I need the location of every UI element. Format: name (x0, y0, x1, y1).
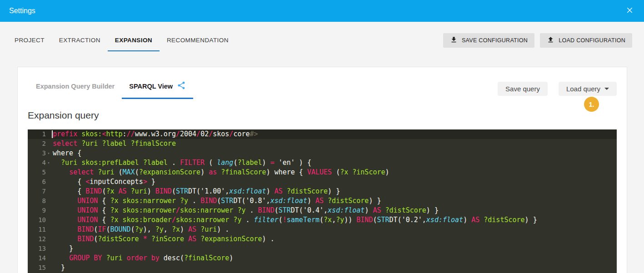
fold-toggle-icon[interactable]: ▾ (46, 149, 51, 158)
tab-label: Expansion Query Builder (36, 83, 115, 90)
code-lines: 1prefix skos:<http://www.w3.org/2004/02/… (28, 129, 617, 273)
line-number: 1 (28, 129, 51, 139)
load-configuration-button[interactable]: LOAD CONFIGURATION (540, 33, 632, 48)
close-button[interactable] (623, 5, 636, 17)
code-text: GROUP BY ?uri order by desc(?finalScore) (51, 253, 233, 263)
code-line[interactable]: 4▾ ?uri skos:prefLabel ?label . FILTER (… (28, 158, 617, 168)
code-line[interactable]: 11 BIND(IF(BOUND(?y), ?y, ?x) AS ?uri) . (28, 225, 617, 234)
code-line[interactable]: 13 } (28, 244, 617, 253)
tab-project[interactable]: PROJECT (7, 33, 52, 51)
line-number: 10 (28, 215, 51, 225)
tab-expansion[interactable]: EXPANSION (108, 33, 160, 51)
code-text: prefix skos:<http://www.w3.org/2004/02/s… (51, 129, 258, 139)
code-text: } (51, 263, 65, 273)
line-number: 15 (28, 263, 51, 273)
tab-label: SPARQL View (129, 83, 173, 90)
code-line[interactable]: 12 BIND(?distScore * ?inScore AS ?expans… (28, 234, 617, 244)
code-line[interactable]: 10 UNION { ?x skos:broader/skos:narrower… (28, 215, 617, 225)
configuration-buttons: SAVE CONFIGURATION LOAD CONFIGURATION (443, 33, 632, 48)
code-text: { BIND(?x AS ?uri) BIND(STRDT('1.00',xsd… (51, 187, 340, 196)
toolbar-row: PROJECT EXTRACTION EXPANSION RECOMMENDAT… (0, 22, 644, 51)
tab-recommendation[interactable]: RECOMMENDATION (160, 33, 236, 51)
line-number: 8 (28, 196, 51, 206)
step-badge: 1. (584, 97, 599, 112)
save-configuration-button[interactable]: SAVE CONFIGURATION (443, 33, 534, 48)
text-cursor (52, 130, 53, 138)
main-tabs: PROJECT EXTRACTION EXPANSION RECOMMENDAT… (7, 33, 236, 51)
line-number: 4▾ (28, 158, 51, 168)
code-line[interactable]: 5 select ?uri (MAX(?expansionScore) as ?… (28, 168, 617, 177)
code-text: UNION { ?x skos:narrower/skos:narrower ?… (51, 206, 439, 215)
code-line[interactable]: 1prefix skos:<http://www.w3.org/2004/02/… (28, 129, 617, 139)
share-icon (177, 81, 186, 91)
code-text: BIND(IF(BOUND(?y), ?y, ?x) AS ?uri) . (51, 225, 229, 234)
tab-sparql-view[interactable]: SPARQL View (122, 79, 193, 99)
line-number: 6 (28, 177, 51, 187)
code-line[interactable]: 9 UNION { ?x skos:narrower/skos:narrower… (28, 206, 617, 215)
code-text: UNION { ?x skos:broader/skos:narrower ?y… (51, 215, 537, 225)
code-text: { <inputConcepts> } (51, 177, 155, 187)
fold-toggle-icon[interactable]: ▾ (46, 158, 51, 168)
code-line[interactable]: 8 UNION { ?x skos:narrower ?y . BIND(STR… (28, 196, 617, 206)
tab-extraction[interactable]: EXTRACTION (52, 33, 108, 51)
code-text: where { (51, 149, 81, 158)
line-number: 11 (28, 225, 51, 234)
code-line[interactable]: 15 } (28, 263, 617, 273)
code-line[interactable]: 7 { BIND(?x AS ?uri) BIND(STRDT('1.00',x… (28, 187, 617, 196)
upload-icon (547, 36, 554, 45)
code-text: } (51, 244, 73, 253)
line-number: 12 (28, 234, 51, 244)
chevron-down-icon (604, 88, 609, 90)
code-text: BIND(?distScore * ?inScore AS ?expansion… (51, 234, 275, 244)
line-number: 5 (28, 168, 51, 177)
panel-header: Expansion Query Builder SPARQL View Save… (28, 67, 617, 99)
line-number: 13 (28, 244, 51, 253)
expansion-panel: Expansion Query Builder SPARQL View Save… (17, 67, 627, 273)
tab-expansion-query-builder[interactable]: Expansion Query Builder (29, 79, 122, 99)
code-line[interactable]: 2select ?uri ?label ?finalScore (28, 139, 617, 149)
line-number: 3▾ (28, 149, 51, 158)
download-icon (450, 36, 458, 45)
dialog-header: Settings (0, 0, 644, 22)
code-text: select ?uri ?label ?finalScore (51, 139, 176, 149)
expansion-query-heading: Expansion query (28, 110, 617, 121)
line-number: 7 (28, 187, 51, 196)
code-text: ?uri skos:prefLabel ?label . FILTER ( la… (51, 158, 311, 168)
close-icon (625, 6, 634, 16)
line-number: 9 (28, 206, 51, 215)
save-query-label: Save query (505, 85, 540, 93)
code-line[interactable]: 3▾where { (28, 149, 617, 158)
sparql-editor[interactable]: 1prefix skos:<http://www.w3.org/2004/02/… (28, 129, 617, 273)
panel-tabs: Expansion Query Builder SPARQL View (29, 79, 193, 99)
line-number: 14 (28, 253, 51, 263)
line-number: 2 (28, 139, 51, 149)
save-query-button[interactable]: Save query (498, 82, 548, 96)
code-line[interactable]: 14 GROUP BY ?uri order by desc(?finalSco… (28, 253, 617, 263)
load-query-button[interactable]: Load query (559, 82, 617, 96)
query-buttons: Save query Load query (498, 82, 617, 96)
code-text: select ?uri (MAX(?expansionScore) as ?fi… (51, 168, 389, 177)
dialog-title: Settings (9, 7, 35, 15)
load-query-label: Load query (566, 85, 600, 93)
load-configuration-label: LOAD CONFIGURATION (559, 37, 625, 44)
settings-dialog: Settings PROJECT EXTRACTION EXPANSION RE… (0, 0, 644, 273)
code-text: UNION { ?x skos:narrower ?y . BIND(STRDT… (51, 196, 381, 206)
save-configuration-label: SAVE CONFIGURATION (462, 37, 528, 44)
code-line[interactable]: 6 { <inputConcepts> } (28, 177, 617, 187)
